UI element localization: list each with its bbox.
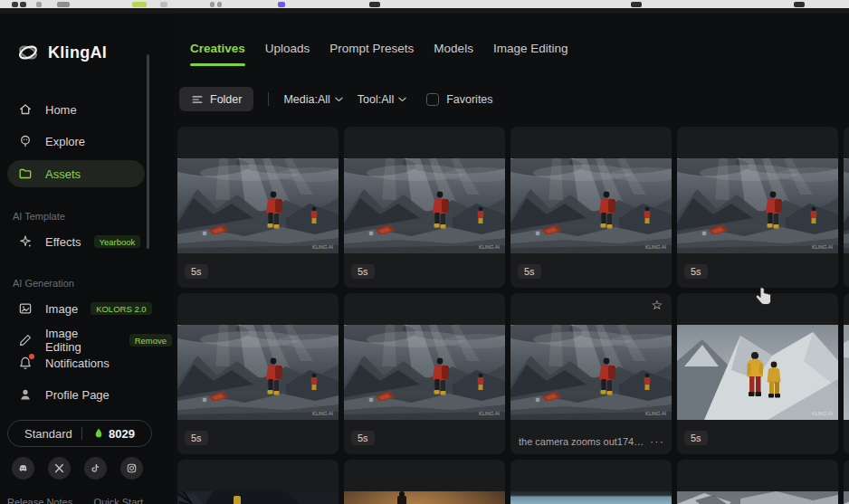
browser-tab-mark xyxy=(20,2,26,7)
asset-card[interactable] xyxy=(677,460,838,504)
svg-text:KLING AI: KLING AI xyxy=(312,244,333,250)
thumbnail-gray-ridge xyxy=(844,491,849,504)
thumbnail-storm-climber: KLING AI xyxy=(510,158,672,253)
duration-badge: 5s xyxy=(185,264,208,279)
sidebar-item-profile-page[interactable]: Profile Page xyxy=(0,381,172,408)
thumbnail-storm-climber: KLING AI xyxy=(344,158,505,253)
sidebar-item-label: Notifications xyxy=(45,357,110,370)
favorites-checkbox[interactable] xyxy=(426,93,439,106)
sidebar-item-home[interactable]: Home xyxy=(0,96,172,123)
profile-icon xyxy=(18,387,33,402)
asset-card[interactable]: KLING AI 5s xyxy=(510,127,672,288)
tab-prompt-presets[interactable]: Prompt Presets xyxy=(329,42,414,66)
plan-credits-pill[interactable]: Standard 8029 xyxy=(7,420,152,447)
duration-badge: 5s xyxy=(518,264,541,279)
browser-tab-mark xyxy=(210,2,215,7)
instagram-icon[interactable] xyxy=(120,457,143,480)
thumbnail-blue-horizon xyxy=(510,491,672,504)
browser-tab-mark xyxy=(631,2,642,7)
favorites-filter[interactable]: Favorites xyxy=(426,93,492,106)
sidebar-item-assets[interactable]: Assets xyxy=(7,160,145,187)
klingai-logo[interactable]: KlingAI xyxy=(16,41,107,64)
quick-start-link[interactable]: Quick Start xyxy=(94,497,143,504)
asset-card[interactable]: KLING AI ☆ the camera zooms out174826...… xyxy=(510,293,672,454)
section-header-ai-generation: AI Generation xyxy=(13,278,74,289)
browser-tab-mark xyxy=(369,2,380,7)
asset-card[interactable]: KLING AI 5s xyxy=(177,127,339,288)
credits-droplet-icon xyxy=(92,427,105,440)
thumbnail-storm-climber: KLING AI xyxy=(177,325,339,420)
tiktok-icon[interactable] xyxy=(84,457,107,480)
asset-caption: the camera zooms out174826... xyxy=(519,436,647,447)
svg-text:KLING AI: KLING AI xyxy=(479,411,500,416)
folder-button[interactable]: Folder xyxy=(179,87,253,111)
tool-filter-dropdown[interactable]: Tool:All xyxy=(358,93,406,106)
section-header-ai-template: AI Template xyxy=(13,211,65,222)
svg-text:KLING AI: KLING AI xyxy=(812,411,833,416)
logo-text: KlingAI xyxy=(48,43,107,62)
svg-text:KLING AI: KLING AI xyxy=(812,244,833,250)
image-icon xyxy=(18,301,33,316)
svg-text:KLING AI: KLING AI xyxy=(645,244,666,250)
tab-creatives[interactable]: Creatives xyxy=(190,42,245,66)
sidebar-item-effects[interactable]: Effects Yearbook xyxy=(0,228,172,255)
filter-divider xyxy=(268,92,269,106)
tab-image-editing[interactable]: Image Editing xyxy=(493,42,568,66)
asset-card[interactable] xyxy=(344,460,505,504)
browser-tab-mark xyxy=(278,2,285,7)
browser-tab-strip xyxy=(0,0,849,8)
browser-tab-mark xyxy=(160,2,167,7)
favorite-star-icon[interactable]: ☆ xyxy=(651,298,663,312)
svg-text:KLING AI: KLING AI xyxy=(645,411,666,416)
thumbnail-bright-slope xyxy=(844,325,849,420)
home-icon xyxy=(18,102,33,117)
main-tabs: Creatives Uploads Prompt Presets Models … xyxy=(190,42,568,66)
asset-card[interactable] xyxy=(177,460,339,504)
active-tab-underline xyxy=(190,63,245,66)
sidebar-item-explore[interactable]: Explore xyxy=(0,128,172,155)
sidebar-item-label: Profile Page xyxy=(45,388,110,402)
svg-text:KLING AI: KLING AI xyxy=(479,244,500,250)
thumbnail-gray-ridge xyxy=(677,491,838,504)
assets-folder-icon xyxy=(18,166,33,181)
x-icon[interactable] xyxy=(48,457,71,480)
thumbnail-storm-climber: KLING AI xyxy=(510,325,672,420)
plan-name: Standard xyxy=(24,427,72,441)
asset-card[interactable]: KLING AI xyxy=(844,127,849,288)
asset-card[interactable]: KLING AI 5s xyxy=(177,293,339,454)
sidebar: KlingAI Home Explore Assets AI Template … xyxy=(0,14,172,504)
asset-card[interactable]: KLING AI 5s xyxy=(344,127,505,288)
asset-card[interactable]: KLING AI 5s xyxy=(677,293,838,454)
plan-divider xyxy=(81,427,82,440)
image-editing-icon xyxy=(18,333,33,347)
asset-card[interactable] xyxy=(510,460,672,504)
social-links xyxy=(12,457,143,480)
thumbnail-storm-climber: KLING AI xyxy=(844,158,849,253)
asset-card[interactable] xyxy=(844,460,849,504)
sidebar-item-label: Assets xyxy=(45,167,81,181)
svg-text:KLING AI: KLING AI xyxy=(312,411,333,416)
discord-icon[interactable] xyxy=(12,457,34,480)
browser-tab-mark xyxy=(57,2,70,7)
asset-card[interactable] xyxy=(844,293,849,454)
browser-strip-divider xyxy=(0,8,849,14)
more-options-icon[interactable]: ··· xyxy=(650,438,664,445)
sidebar-item-label: Image xyxy=(45,302,78,316)
tab-uploads[interactable]: Uploads xyxy=(265,42,310,66)
asset-grid: KLING AI 5s KLING AI 5s KLING AI 5s KL xyxy=(177,127,849,504)
tab-models[interactable]: Models xyxy=(434,42,473,66)
klingai-app: KlingAI Home Explore Assets AI Template … xyxy=(0,0,849,504)
credits-count: 8029 xyxy=(109,427,135,441)
asset-card[interactable]: KLING AI 5s xyxy=(677,127,838,288)
kolors-badge: KOLORS 2.0 xyxy=(91,302,151,315)
browser-tab-mark xyxy=(132,2,147,7)
sidebar-item-notifications[interactable]: Notifications xyxy=(0,349,172,376)
browser-tab-mark xyxy=(217,2,222,7)
release-notes-link[interactable]: Release Notes xyxy=(7,497,72,504)
asset-card[interactable]: KLING AI 5s xyxy=(344,293,505,454)
duration-badge: 5s xyxy=(684,264,708,279)
media-filter-dropdown[interactable]: Media:All xyxy=(283,93,342,106)
sidebar-item-image[interactable]: Image KOLORS 2.0 xyxy=(0,295,172,322)
browser-tab-mark xyxy=(36,2,42,7)
duration-badge: 5s xyxy=(684,431,708,445)
